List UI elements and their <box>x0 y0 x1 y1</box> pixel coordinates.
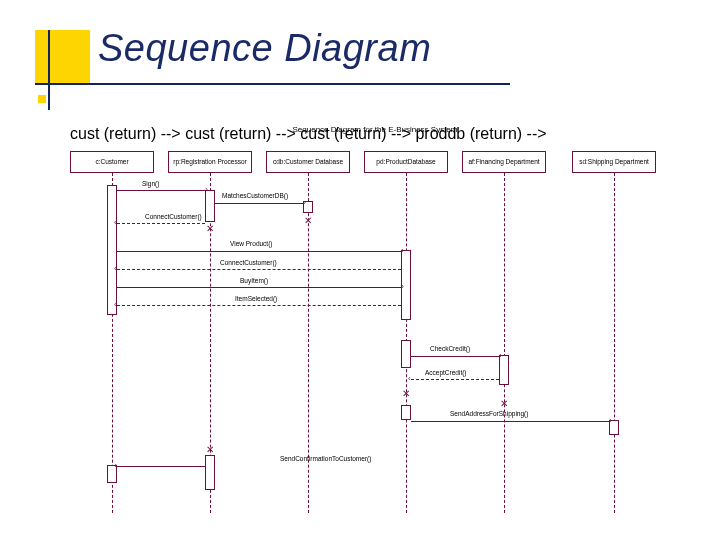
slide: Sequence Diagram Sequence Diagram for th… <box>0 0 720 540</box>
msg-sign: › <box>117 190 205 191</box>
participant-customer: c:Customer <box>70 151 154 173</box>
msg-label-send-address: SendAddressForShipping() <box>450 410 528 417</box>
msg-label-connect-customer-2: ConnectCustomer() <box>220 259 277 266</box>
msg-label-check-credit: CheckCredit() <box>430 345 470 352</box>
term-regproc-2 <box>206 446 214 454</box>
sequence-diagram: Sequence Diagram for the E-Business Syst… <box>70 125 680 515</box>
title-underline <box>35 83 510 85</box>
title-tick <box>38 95 46 103</box>
title-accent-box <box>35 30 90 85</box>
msg-connect-customer-2: ‹ <box>117 269 401 270</box>
msg-label-matches-customer-db: MatchesCustomerDB() <box>222 192 288 199</box>
participant-customer-database: cdb:Customer Database <box>266 151 350 173</box>
msg-item-selected: ‹ <box>117 305 401 306</box>
participant-financing-department: af:Financing Department <box>462 151 546 173</box>
msg-label-buy-item: BuyItem() <box>240 277 268 284</box>
msg-matches-customer-db: › <box>215 203 303 204</box>
term-proddb <box>402 390 410 398</box>
lifeline-shipping-department <box>614 173 615 513</box>
term-findept <box>500 400 508 408</box>
msg-connect-customer-1: ‹ <box>117 223 205 224</box>
msg-check-credit: › <box>411 356 499 357</box>
participant-shipping-department: sd:Shipping Department <box>572 151 656 173</box>
msg-accept-credit: ‹ <box>411 379 499 380</box>
msg-view-product: › <box>117 251 401 252</box>
exec-regproc-1 <box>205 190 215 222</box>
diagram-caption: Sequence Diagram for the E-Business Syst… <box>70 125 680 134</box>
msg-label-send-confirmation: SendConfirmationToCustomer() <box>280 455 371 462</box>
msg-label-connect-customer-1: ConnectCustomer() <box>145 213 202 220</box>
exec-regproc-2 <box>205 455 215 490</box>
msg-label-view-product: View Product() <box>230 240 273 247</box>
msg-label-item-selected: ItemSelected() <box>235 295 277 302</box>
title-vline <box>48 30 50 110</box>
msg-label-accept-credit: AcceptCredit() <box>425 369 467 376</box>
exec-customer-1 <box>107 185 117 315</box>
msg-buy-item: › <box>117 287 401 288</box>
term-regproc <box>206 225 214 233</box>
slide-title: Sequence Diagram <box>98 27 431 70</box>
msg-label-sign: Sign() <box>142 180 159 187</box>
lifeline-financing-department <box>504 173 505 513</box>
exec-proddb-2 <box>401 340 411 368</box>
participant-registration-processor: rp:Registration Processor <box>168 151 252 173</box>
exec-proddb-3 <box>401 405 411 420</box>
participant-product-database: pd:ProductDatabase <box>364 151 448 173</box>
msg-send-confirmation: ‹ <box>117 466 205 467</box>
msg-send-address: › <box>411 421 609 422</box>
term-custdb <box>304 217 312 225</box>
